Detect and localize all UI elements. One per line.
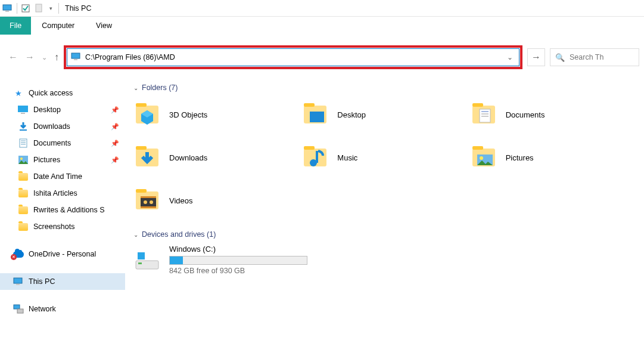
folder-label: Music bbox=[337, 153, 357, 162]
svg-rect-45 bbox=[141, 196, 156, 198]
svg-rect-35 bbox=[304, 146, 315, 150]
sidebar-item-onedrive[interactable]: ✕ OneDrive - Personal bbox=[0, 246, 125, 262]
svg-rect-18 bbox=[17, 309, 23, 313]
folder-icon bbox=[18, 221, 29, 232]
folder-desktop[interactable]: Desktop bbox=[301, 98, 469, 131]
folder-icon bbox=[18, 205, 29, 215]
svg-rect-16 bbox=[16, 284, 20, 285]
svg-rect-4 bbox=[71, 53, 80, 58]
music-folder-icon bbox=[301, 144, 329, 171]
svg-rect-24 bbox=[304, 103, 315, 107]
sidebar-item-folder[interactable]: Ishita Articles bbox=[0, 185, 125, 202]
sidebar-item-folder[interactable]: Date And Time bbox=[0, 168, 125, 185]
svg-point-48 bbox=[150, 200, 153, 204]
sidebar-item-documents[interactable]: Documents 📌 bbox=[0, 135, 125, 152]
group-label: Devices and drives (1) bbox=[142, 230, 216, 239]
navigation-pane: ★ Quick access Desktop 📌 Downloads 📌 Doc… bbox=[0, 81, 125, 340]
view-tab[interactable]: View bbox=[85, 17, 123, 35]
svg-rect-20 bbox=[136, 103, 147, 107]
svg-point-41 bbox=[480, 156, 483, 160]
folder-downloads[interactable]: Downloads bbox=[133, 141, 301, 174]
sidebar-item-desktop[interactable]: Desktop 📌 bbox=[0, 101, 125, 118]
pictures-folder-icon bbox=[470, 144, 497, 171]
sidebar-label: OneDrive - Personal bbox=[29, 250, 96, 258]
pc-icon bbox=[71, 52, 82, 63]
svg-rect-15 bbox=[14, 278, 22, 283]
sidebar-label: Date And Time bbox=[33, 172, 82, 181]
sidebar-label: Desktop bbox=[33, 106, 61, 114]
svg-rect-0 bbox=[3, 5, 11, 10]
network-icon bbox=[13, 304, 24, 314]
up-button[interactable]: ↑ bbox=[54, 52, 59, 62]
desktop-folder-icon bbox=[301, 101, 329, 128]
drive-free-text: 842 GB free of 930 GB bbox=[169, 267, 307, 275]
pin-icon: 📌 bbox=[111, 106, 119, 114]
sidebar-label: Pictures bbox=[33, 156, 60, 164]
desktop-icon bbox=[18, 104, 29, 115]
folders-group-header[interactable]: ⌄ Folders (7) bbox=[133, 84, 638, 92]
folder-icon bbox=[18, 188, 29, 199]
sidebar-item-folder[interactable]: Screenshots bbox=[0, 218, 125, 235]
chevron-down-icon[interactable]: ▾ bbox=[49, 5, 52, 11]
sidebar-item-downloads[interactable]: Downloads 📌 bbox=[0, 118, 125, 135]
sidebar-item-network[interactable]: Network bbox=[0, 301, 125, 317]
quick-access-header[interactable]: ★ Quick access bbox=[0, 85, 125, 101]
sidebar-item-pictures[interactable]: Pictures 📌 bbox=[0, 152, 125, 168]
sidebar-item-folder[interactable]: Rwrites & Additions S bbox=[0, 202, 125, 218]
address-bar[interactable]: ⌄ bbox=[67, 48, 519, 66]
folder-pictures[interactable]: Pictures bbox=[470, 141, 638, 174]
content-pane: ⌄ Folders (7) 3D Objects Desktop bbox=[125, 81, 644, 340]
pin-icon: 📌 bbox=[111, 140, 119, 147]
go-button[interactable]: → bbox=[527, 48, 545, 66]
folder-videos[interactable]: Videos bbox=[133, 184, 301, 217]
drives-group-header[interactable]: ⌄ Devices and drives (1) bbox=[133, 230, 638, 239]
forward-button[interactable]: → bbox=[25, 52, 35, 62]
svg-rect-17 bbox=[14, 305, 20, 309]
folder-music[interactable]: Music bbox=[301, 141, 469, 174]
checkbox-icon[interactable] bbox=[21, 3, 32, 14]
search-placeholder: Search Th bbox=[570, 53, 603, 61]
quick-access-label: Quick access bbox=[29, 89, 73, 97]
drive-icon bbox=[133, 246, 161, 274]
file-tab[interactable]: File bbox=[0, 17, 31, 35]
history-dropdown-button[interactable]: ⌄ bbox=[42, 54, 47, 61]
picture-icon bbox=[18, 154, 29, 165]
nav-address-row: ← → ⌄ ↑ ⌄ → 🔍 Search Th bbox=[0, 45, 644, 69]
group-label: Folders (7) bbox=[142, 84, 178, 92]
drive-windows-c[interactable]: Windows (C:) 842 GB free of 930 GB bbox=[133, 245, 638, 275]
back-button[interactable]: ← bbox=[8, 52, 18, 62]
computer-tab[interactable]: Computer bbox=[31, 17, 85, 35]
svg-rect-50 bbox=[138, 252, 145, 259]
svg-point-47 bbox=[144, 200, 147, 204]
svg-rect-39 bbox=[472, 146, 483, 150]
svg-rect-8 bbox=[20, 129, 27, 131]
folder-documents[interactable]: Documents bbox=[470, 98, 638, 131]
window-title: This PC bbox=[65, 4, 91, 13]
sidebar-label: Ishita Articles bbox=[33, 189, 77, 197]
svg-rect-27 bbox=[472, 103, 483, 107]
svg-rect-51 bbox=[138, 262, 142, 264]
folder-label: Pictures bbox=[506, 153, 534, 162]
sidebar-label: Rwrites & Additions S bbox=[33, 206, 105, 214]
svg-rect-25 bbox=[310, 112, 324, 122]
search-icon: 🔍 bbox=[555, 53, 565, 62]
3d-objects-icon bbox=[133, 101, 161, 128]
sidebar-item-this-pc[interactable]: This PC bbox=[0, 273, 125, 290]
folder-icon bbox=[18, 171, 29, 182]
dropdown-icon[interactable] bbox=[34, 3, 45, 14]
pin-icon: 📌 bbox=[111, 156, 119, 164]
svg-rect-43 bbox=[136, 189, 147, 193]
drive-info: Windows (C:) 842 GB free of 930 GB bbox=[169, 245, 307, 275]
address-input[interactable] bbox=[85, 53, 505, 61]
folder-label: Documents bbox=[506, 110, 545, 119]
folder-3d-objects[interactable]: 3D Objects bbox=[133, 98, 301, 131]
sidebar-label: Downloads bbox=[33, 122, 70, 131]
address-dropdown-icon[interactable]: ⌄ bbox=[505, 53, 515, 61]
address-bar-highlight: ⌄ bbox=[64, 45, 522, 69]
chevron-down-icon: ⌄ bbox=[133, 85, 138, 91]
separator bbox=[58, 3, 59, 14]
svg-rect-9 bbox=[20, 139, 27, 147]
search-box[interactable]: 🔍 Search Th bbox=[550, 48, 639, 66]
drive-usage-bar bbox=[169, 256, 307, 265]
folders-grid: 3D Objects Desktop Documents bbox=[133, 98, 638, 217]
